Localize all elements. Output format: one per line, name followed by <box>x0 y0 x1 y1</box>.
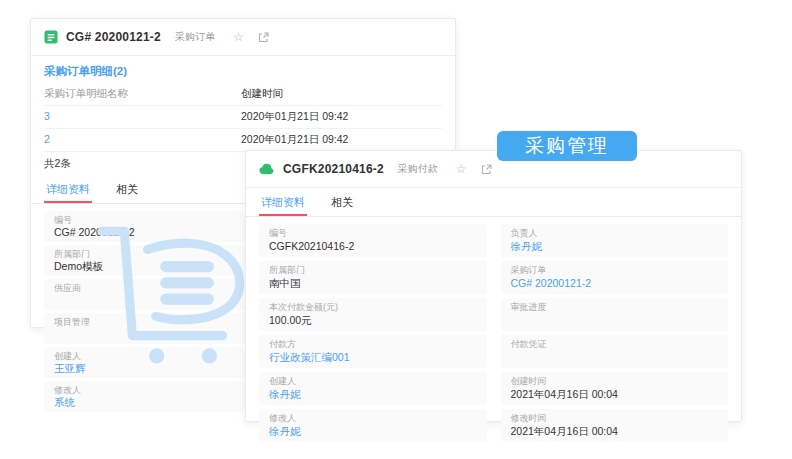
right-card-tabs: 详细资料 相关 <box>246 190 741 217</box>
star-icon[interactable]: ☆ <box>233 30 244 44</box>
field-value <box>511 350 719 364</box>
share-icon[interactable] <box>258 32 269 43</box>
field-value: 南中国 <box>269 276 477 290</box>
right-card-fields: 编号 CGFK20210416-2 所属部门 南中国 本次付款金额(元) 100… <box>246 217 741 452</box>
field-value: CGFK20210416-2 <box>269 239 477 253</box>
field-label: 修改时间 <box>511 412 719 424</box>
purchase-payment-card-header: CGFK20210416-2 采购付款 ☆ <box>246 151 741 188</box>
field-label: 所属部门 <box>269 264 477 276</box>
field-label: 审批进度 <box>511 301 719 313</box>
field-label: 创建人 <box>269 375 477 387</box>
fields-column-left: 编号 CGFK20210416-2 所属部门 南中国 本次付款金额(元) 100… <box>259 224 487 446</box>
field-label: 采购订单 <box>511 264 719 276</box>
field-value: 100.00元 <box>269 313 477 327</box>
field-created-time: 创建时间 2021年04月16日 00:04 <box>501 372 729 405</box>
tab-related[interactable]: 相关 <box>329 190 355 216</box>
purchase-order-card-header: CG# 20200121-2 采购订单 ☆ <box>31 19 455 56</box>
table-row: 2 2020年01月21日 09:42 <box>44 129 442 152</box>
table-header-row: 采购订单明细名称 创建时间 <box>44 83 442 106</box>
field-label: 创建时间 <box>511 375 719 387</box>
purchase-payment-type-label: 采购付款 <box>398 162 438 176</box>
field-payer: 付款方 行业政策汇编001 <box>259 335 487 368</box>
column-header-created: 创建时间 <box>241 87 442 101</box>
field-value: 2021年04月16日 00:04 <box>511 387 719 401</box>
field-value-link[interactable]: 徐丹妮 <box>511 239 719 253</box>
field-label: 负责人 <box>511 227 719 239</box>
share-icon[interactable] <box>481 164 492 175</box>
purchase-payment-icon <box>259 163 275 175</box>
field-owner: 负责人 徐丹妮 <box>501 224 729 257</box>
field-label: 付款凭证 <box>511 338 719 350</box>
field-value: 2021年04月16日 00:04 <box>511 424 719 438</box>
row-name-link[interactable]: 3 <box>44 110 241 124</box>
field-value-link[interactable]: 徐丹妮 <box>269 424 477 438</box>
field-modifier: 修改人 徐丹妮 <box>259 409 487 442</box>
tab-detail[interactable]: 详细资料 <box>259 190 307 216</box>
field-value <box>511 313 719 327</box>
related-list-title: 采购订单明细(2) <box>44 64 442 79</box>
fields-column-right: 负责人 徐丹妮 采购订单 CG# 20200121-2 审批进度 付款凭证 <box>501 224 729 446</box>
star-icon[interactable]: ☆ <box>456 162 467 176</box>
table-row: 3 2020年01月21日 09:42 <box>44 106 442 129</box>
field-label: 编号 <box>269 227 477 239</box>
page: CG# 20200121-2 采购订单 ☆ 采购订单明细(2) 采购订单明细名称… <box>0 0 792 459</box>
field-value-link[interactable]: CG# 20200121-2 <box>511 276 719 290</box>
field-purchase-order-ref: 采购订单 CG# 20200121-2 <box>501 261 729 294</box>
purchase-payment-card: CGFK20210416-2 采购付款 ☆ 详细资料 相关 编号 CGFK202… <box>245 150 742 422</box>
field-label: 本次付款金额(元) <box>269 301 477 313</box>
field-department: 所属部门 南中国 <box>259 261 487 294</box>
purchase-order-type-label: 采购订单 <box>175 30 215 44</box>
field-label: 付款方 <box>269 338 477 350</box>
tab-detail[interactable]: 详细资料 <box>44 177 92 203</box>
field-creator: 创建人 徐丹妮 <box>259 372 487 405</box>
row-name-link[interactable]: 2 <box>44 133 241 147</box>
row-created-time: 2020年01月21日 09:42 <box>241 110 442 124</box>
tab-related[interactable]: 相关 <box>114 177 140 203</box>
field-number: 编号 CGFK20210416-2 <box>259 224 487 257</box>
purchase-order-icon <box>44 30 58 44</box>
field-payment-amount: 本次付款金额(元) 100.00元 <box>259 298 487 331</box>
field-value-link[interactable]: 行业政策汇编001 <box>269 350 477 364</box>
field-approval-progress: 审批进度 <box>501 298 729 331</box>
column-header-name: 采购订单明细名称 <box>44 87 241 101</box>
purchase-order-title: CG# 20200121-2 <box>66 30 161 44</box>
field-payment-voucher: 付款凭证 <box>501 335 729 368</box>
row-created-time: 2020年01月21日 09:42 <box>241 133 442 147</box>
field-label: 修改人 <box>269 412 477 424</box>
field-modified-time: 修改时间 2021年04月16日 00:04 <box>501 409 729 442</box>
field-value-link[interactable]: 徐丹妮 <box>269 387 477 401</box>
purchase-payment-title: CGFK20210416-2 <box>283 162 384 176</box>
module-badge-purchase-management: 采购管理 <box>497 131 637 161</box>
